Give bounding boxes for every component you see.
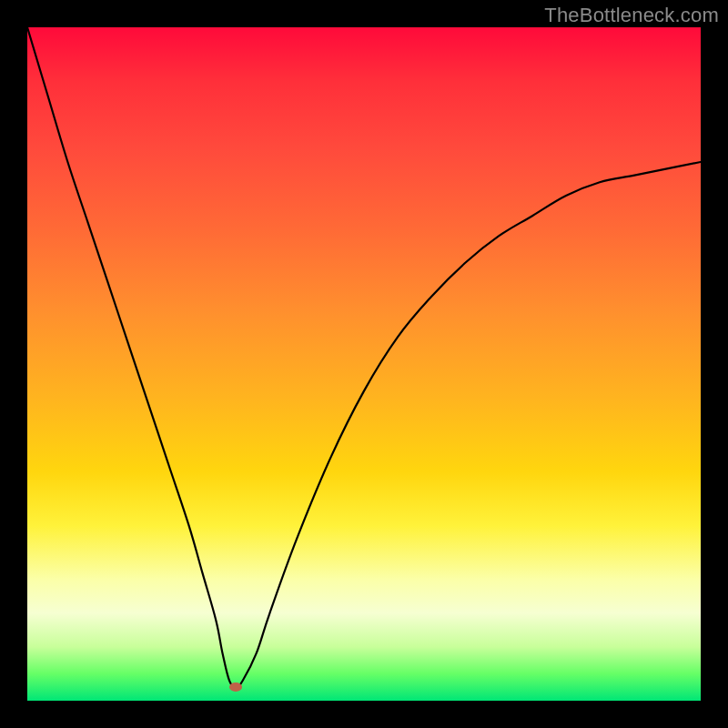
bottleneck-curve-path [27, 27, 701, 687]
curve-svg [27, 27, 701, 701]
watermark-text: TheBottleneck.com [544, 4, 719, 27]
plot-area [27, 27, 701, 701]
optimal-point-marker [229, 682, 242, 692]
chart-frame: TheBottleneck.com [0, 0, 728, 728]
